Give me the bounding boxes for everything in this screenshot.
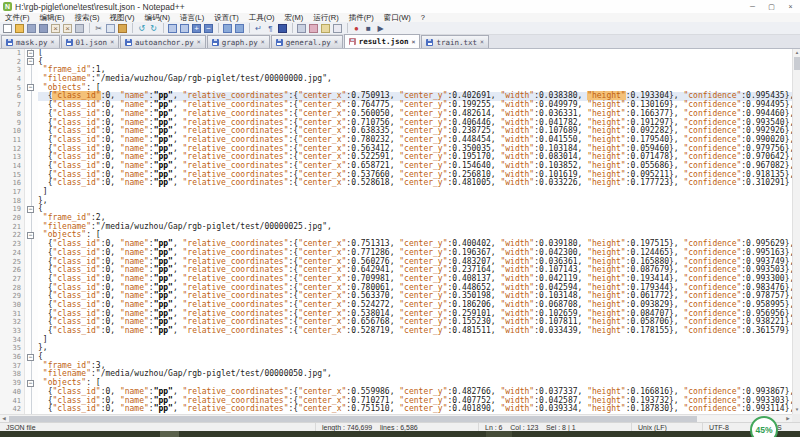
play-macro-icon[interactable]: ▶ — [375, 23, 386, 34]
menu-item-1[interactable]: 文件(F) — [0, 13, 35, 23]
vertical-scrollbar[interactable]: ▲ ▼ — [792, 49, 800, 414]
menu-item-10[interactable]: 运行(R) — [308, 13, 343, 23]
show-all-chars-icon[interactable]: ¶ — [265, 23, 276, 34]
print-icon[interactable] — [74, 23, 85, 34]
fold-guide — [25, 249, 38, 258]
fold-collapse-icon[interactable]: − — [25, 379, 38, 388]
tab-close-icon[interactable]: × — [334, 38, 338, 46]
horizontal-scrollbar[interactable]: ◀ ▶ — [0, 414, 792, 422]
word-wrap-icon[interactable]: ↵ — [253, 23, 264, 34]
redo-icon[interactable]: ↻ — [148, 23, 159, 34]
fold-collapse-icon[interactable]: − — [25, 231, 38, 240]
close-doc-icon[interactable]: × — [50, 23, 61, 34]
fold-guide — [25, 258, 38, 267]
code-line-2[interactable]: 2−{ — [0, 58, 792, 67]
stop-macro-icon[interactable]: ■ — [363, 23, 374, 34]
app-icon: N — [3, 2, 12, 11]
code-line-16[interactable]: 16 {"class_id":0, "name":"pp", "relative… — [0, 179, 792, 188]
scroll-down-icon[interactable]: ▼ — [793, 406, 800, 414]
code-line-38[interactable]: 38 "filename":"/media/wuzhou/Gap/rgb-pig… — [0, 370, 792, 379]
replace-icon[interactable] — [179, 23, 190, 34]
fold-guide — [25, 214, 38, 223]
toolbar-separator — [249, 23, 250, 33]
cut-icon[interactable]: ✂ — [93, 23, 104, 34]
indent-guide-icon[interactable] — [277, 23, 288, 34]
tab-result.json[interactable]: result.json× — [344, 34, 421, 48]
minimize-button[interactable]: ─ — [743, 0, 762, 13]
paste-icon[interactable] — [117, 23, 128, 34]
toolbar-separator — [163, 23, 164, 33]
menu-item-4[interactable]: 视图(V) — [105, 13, 140, 23]
tab-mask.py[interactable]: mask.py× — [1, 35, 60, 48]
fold-collapse-icon[interactable]: − — [25, 353, 38, 362]
fold-guide — [25, 362, 38, 371]
doc-map-icon[interactable] — [296, 23, 307, 34]
menu-item-9[interactable]: 宏(M) — [280, 13, 309, 23]
maximize-button[interactable]: ▢ — [762, 0, 781, 13]
menu-item-11[interactable]: 插件(P) — [344, 13, 379, 23]
code-line-34[interactable]: 34 ] — [0, 336, 792, 345]
find-icon[interactable] — [167, 23, 178, 34]
tab-train.txt[interactable]: train.txt× — [421, 35, 489, 48]
code-line-33[interactable]: 33 {"class_id":0, "name":"pp", "relative… — [0, 327, 792, 336]
code-line-36[interactable]: 36−{ — [0, 353, 792, 362]
menu-item-2[interactable]: 编辑(E) — [35, 13, 70, 23]
line-number: 13 — [0, 153, 25, 162]
menu-bar: 文件(F)编辑(E)搜索(S)视图(V)编码(N)语言(L)设置(T)工具(O)… — [0, 13, 800, 22]
code-line-1[interactable]: 1−[ — [0, 49, 792, 58]
menu-item-5[interactable]: 编码(N) — [140, 13, 175, 23]
save-icon[interactable] — [26, 23, 37, 34]
menu-item-8[interactable]: 工具(O) — [244, 13, 280, 23]
line-number: 1 — [0, 49, 25, 58]
new-file-icon[interactable] — [2, 23, 13, 34]
scrollbar-corner — [792, 414, 800, 422]
vertical-scroll-thumb[interactable] — [794, 57, 800, 70]
copy-icon[interactable] — [105, 23, 116, 34]
close-all-docs-icon[interactable]: × — [62, 23, 73, 34]
menu-item-3[interactable]: 搜索(S) — [70, 13, 105, 23]
tab-close-icon[interactable]: × — [480, 38, 484, 46]
folder-as-workspace-icon[interactable] — [320, 23, 331, 34]
tab-close-icon[interactable]: × — [110, 38, 114, 46]
undo-icon[interactable]: ↺ — [136, 23, 147, 34]
tab-01.json[interactable]: 01.json× — [61, 35, 120, 48]
fold-collapse-icon[interactable]: − — [25, 205, 38, 214]
zoom-in-icon[interactable]: + — [191, 23, 202, 34]
close-button[interactable]: × — [781, 0, 800, 13]
fold-guide — [25, 145, 38, 154]
code-line-17[interactable]: 17 ] — [0, 188, 792, 197]
tab-close-icon[interactable]: × — [197, 38, 201, 46]
tab-graph.py[interactable]: graph.py× — [207, 35, 270, 48]
tab-general.py[interactable]: general.py× — [271, 35, 343, 48]
scroll-up-icon[interactable]: ▲ — [793, 49, 800, 57]
sync-horizontal-scroll-icon[interactable] — [234, 23, 245, 34]
menu-item-12[interactable]: 窗口(W) — [379, 13, 416, 23]
tab-close-icon[interactable]: × — [51, 38, 55, 46]
menu-item-7[interactable]: 设置(T) — [209, 13, 244, 23]
code-editor[interactable]: 1−[2−{3 "frame_id":1,4 "filename":"/medi… — [0, 49, 792, 414]
monitoring-icon[interactable] — [332, 23, 343, 34]
fold-collapse-icon[interactable]: − — [25, 58, 38, 67]
fold-guide — [25, 397, 38, 406]
code-line-19[interactable]: 19−{ — [0, 205, 792, 214]
record-macro-icon[interactable]: ● — [351, 23, 362, 34]
line-number: 25 — [0, 258, 25, 267]
code-line-35[interactable]: 35}, — [0, 344, 792, 353]
tab-close-icon[interactable]: × — [261, 38, 265, 46]
open-folder-icon[interactable] — [14, 23, 25, 34]
function-list-icon[interactable] — [308, 23, 319, 34]
tab-autoanchor.py[interactable]: autoanchor.py× — [120, 35, 206, 48]
zoom-out-icon[interactable]: − — [203, 23, 214, 34]
notepadpp-window: N H:\rgb-piglet\one\test\result.json - N… — [0, 0, 800, 437]
code-line-18[interactable]: 18}, — [0, 197, 792, 206]
menu-item-13[interactable]: ? — [416, 13, 430, 22]
code-line-42[interactable]: 42 {"class_id":0, "name":"pp", "relative… — [0, 405, 792, 414]
line-number: 11 — [0, 136, 25, 145]
sync-vertical-scroll-icon[interactable] — [222, 23, 233, 34]
tab-close-icon[interactable]: × — [411, 38, 415, 46]
save-all-icon[interactable] — [38, 23, 49, 34]
menu-item-6[interactable]: 语言(L) — [175, 13, 209, 23]
code-line-4[interactable]: 4 "filename":"/media/wuzhou/Gap/rgb-pigl… — [0, 75, 792, 84]
code-line-21[interactable]: 21 "filename":"/media/wuzhou/Gap/rgb-pig… — [0, 223, 792, 232]
fold-collapse-icon[interactable]: − — [25, 84, 38, 93]
